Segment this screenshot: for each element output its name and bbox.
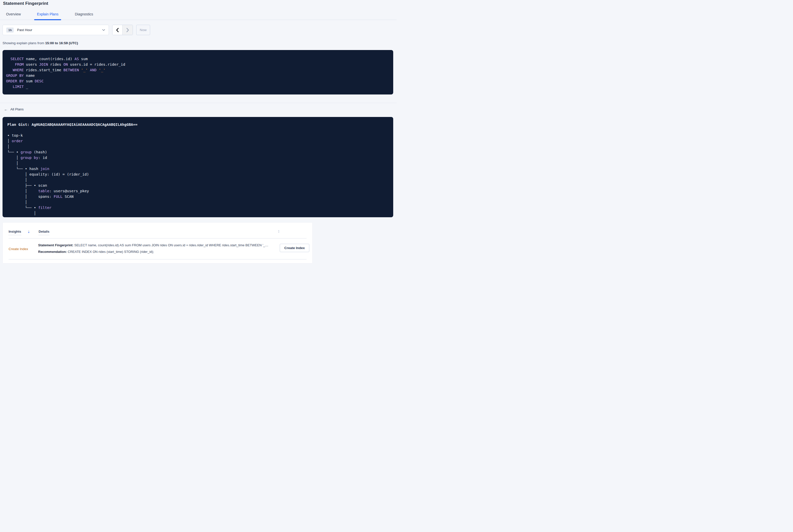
plan-gist-label: Plan Gist: [7, 122, 32, 127]
showing-range-text: Showing explain plans from 15:00 to 16:5… [2, 41, 396, 45]
next-time-button[interactable] [122, 25, 133, 35]
sql-statement-block: SELECT name, count(rides.id) AS sum FROM… [2, 50, 393, 94]
all-plans-link[interactable]: ← All Plans [4, 107, 24, 111]
column-header-details[interactable]: Details [39, 230, 50, 235]
page-title: Statement Fingerprint [0, 0, 396, 6]
section-divider [0, 103, 396, 103]
plan-gist-block: Plan Gist: AgHUAQIABQAAAAHYAQIAiAEAAAADC… [2, 117, 393, 217]
insights-table-header: Insights ▲ ▼ Details ▲ ▼ [3, 223, 313, 235]
sql-statement-code: SELECT name, count(rides.id) AS sum FROM… [6, 56, 387, 90]
showing-range-value: 15:00 to 16:59 (UTC) [45, 41, 78, 45]
recommendation-label: Recommendation: [38, 250, 67, 254]
tab-explain-plans-label: Explain Plans [37, 12, 58, 16]
insight-details-cell: Statement Fingerprint: SELECT name, coun… [38, 242, 273, 255]
row-divider [8, 259, 306, 260]
chevron-left-icon [116, 28, 119, 32]
tab-bar: Overview Explain Plans Diagnostics [0, 12, 396, 20]
time-controls: 1h Past Hour Now [2, 25, 396, 35]
chevron-down-icon [102, 29, 105, 31]
chevron-right-icon [126, 28, 129, 32]
sort-down-triangle: ▼ [278, 231, 280, 233]
recommendation-text: CREATE INDEX ON rides (start_time) STORI… [67, 250, 154, 254]
statement-fingerprint-text: SELECT name, count(rides.id) AS sum FROM… [73, 243, 268, 247]
sort-down-triangle: ▼ [28, 232, 30, 233]
tab-overview[interactable]: Overview [6, 12, 21, 20]
statement-fingerprint-line: Statement Fingerprint: SELECT name, coun… [38, 242, 273, 249]
sort-icon-details[interactable]: ▲ ▼ [278, 230, 280, 233]
create-index-link[interactable]: Create Index [8, 247, 32, 251]
tab-diagnostics[interactable]: Diagnostics [75, 12, 93, 20]
insights-table-card: Insights ▲ ▼ Details ▲ ▼ Create Index St… [2, 222, 313, 264]
all-plans-label: All Plans [11, 107, 24, 111]
recommendation-line: Recommendation: CREATE INDEX ON rides (s… [38, 249, 273, 255]
insight-row: Create Index Statement Fingerprint: SELE… [3, 239, 313, 255]
now-button[interactable]: Now [136, 25, 150, 35]
back-arrow-icon: ← [4, 107, 8, 111]
plan-gist-line: Plan Gist: AgHUAQIABQAAAAHYAQIAiAEAAAADC… [7, 122, 387, 127]
time-range-label: Past Hour [17, 28, 102, 32]
plan-gist-value: AgHUAQIABQAAAAHYAQIAiAEAAAADCQACAgAABQIL… [32, 122, 137, 127]
time-range-badge: 1h [6, 27, 14, 33]
sort-icon-insights[interactable]: ▲ ▼ [28, 230, 30, 233]
statement-fingerprint-label: Statement Fingerprint: [38, 243, 73, 247]
plan-tree: • top-k│ order│└── • group (hash) │ grou… [7, 133, 387, 216]
active-tab-underline [34, 19, 61, 20]
column-header-insights[interactable]: Insights [8, 230, 21, 235]
showing-range-prefix: Showing explain plans from [2, 41, 45, 45]
create-index-button[interactable]: Create Index [280, 244, 309, 252]
tab-explain-plans[interactable]: Explain Plans [37, 12, 58, 20]
prev-time-button[interactable] [112, 25, 122, 35]
time-step-buttons [112, 25, 133, 35]
time-range-select[interactable]: 1h Past Hour [2, 25, 109, 35]
